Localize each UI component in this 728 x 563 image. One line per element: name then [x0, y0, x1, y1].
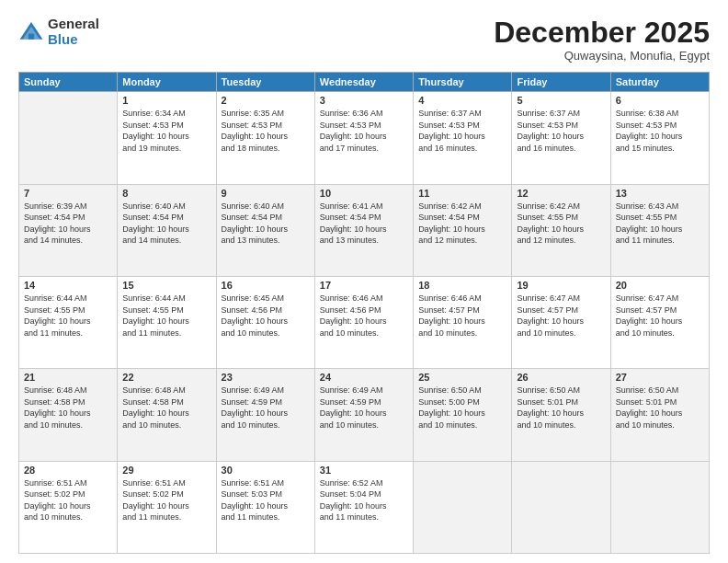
- title-block: December 2025 Quwaysina, Monufia, Egypt: [494, 17, 710, 63]
- day-number: 3: [320, 95, 408, 106]
- calendar-header-row: SundayMondayTuesdayWednesdayThursdayFrid…: [19, 73, 710, 92]
- calendar-cell: [512, 461, 610, 553]
- calendar-cell: 20Sunrise: 6:47 AMSunset: 4:57 PMDayligh…: [610, 276, 709, 368]
- day-info: Sunrise: 6:40 AMSunset: 4:54 PMDaylight:…: [222, 201, 310, 247]
- calendar-cell: 14Sunrise: 6:44 AMSunset: 4:55 PMDayligh…: [19, 276, 118, 368]
- logo-text: General Blue: [48, 17, 99, 47]
- calendar-cell: 31Sunrise: 6:52 AMSunset: 5:04 PMDayligh…: [314, 461, 413, 553]
- day-info: Sunrise: 6:45 AMSunset: 4:56 PMDaylight:…: [222, 293, 310, 339]
- day-number: 19: [517, 280, 605, 291]
- calendar-cell: 27Sunrise: 6:50 AMSunset: 5:01 PMDayligh…: [610, 369, 709, 461]
- day-info: Sunrise: 6:39 AMSunset: 4:54 PMDaylight:…: [24, 201, 112, 247]
- calendar-week-2: 14Sunrise: 6:44 AMSunset: 4:55 PMDayligh…: [19, 276, 710, 368]
- day-number: 27: [616, 372, 704, 383]
- day-number: 24: [320, 372, 408, 383]
- calendar-cell: 25Sunrise: 6:50 AMSunset: 5:00 PMDayligh…: [414, 369, 512, 461]
- calendar-cell: 4Sunrise: 6:37 AMSunset: 4:53 PMDaylight…: [414, 92, 512, 184]
- calendar-cell: 3Sunrise: 6:36 AMSunset: 4:53 PMDaylight…: [314, 92, 413, 184]
- day-info: Sunrise: 6:37 AMSunset: 4:53 PMDaylight:…: [418, 108, 506, 154]
- logo: General Blue: [18, 17, 99, 47]
- day-number: 15: [122, 280, 210, 291]
- calendar-cell: 22Sunrise: 6:48 AMSunset: 4:58 PMDayligh…: [118, 369, 216, 461]
- day-number: 10: [320, 188, 408, 199]
- calendar-cell: 9Sunrise: 6:40 AMSunset: 4:54 PMDaylight…: [216, 184, 314, 276]
- svg-rect-2: [28, 33, 34, 39]
- day-number: 2: [222, 95, 310, 106]
- day-info: Sunrise: 6:47 AMSunset: 4:57 PMDaylight:…: [517, 293, 605, 339]
- calendar-cell: 16Sunrise: 6:45 AMSunset: 4:56 PMDayligh…: [216, 276, 314, 368]
- calendar-cell: [414, 461, 512, 553]
- day-number: 11: [418, 188, 506, 199]
- calendar-cell: 5Sunrise: 6:37 AMSunset: 4:53 PMDaylight…: [512, 92, 610, 184]
- calendar-table: SundayMondayTuesdayWednesdayThursdayFrid…: [18, 72, 710, 554]
- logo-blue-text: Blue: [48, 32, 99, 48]
- day-info: Sunrise: 6:49 AMSunset: 4:59 PMDaylight:…: [222, 385, 310, 431]
- day-number: 22: [122, 372, 210, 383]
- day-number: 12: [517, 188, 605, 199]
- day-info: Sunrise: 6:48 AMSunset: 4:58 PMDaylight:…: [24, 385, 112, 431]
- calendar-header-saturday: Saturday: [610, 73, 709, 92]
- calendar-cell: 30Sunrise: 6:51 AMSunset: 5:03 PMDayligh…: [216, 461, 314, 553]
- calendar-week-3: 21Sunrise: 6:48 AMSunset: 4:58 PMDayligh…: [19, 369, 710, 461]
- calendar-cell: 18Sunrise: 6:46 AMSunset: 4:57 PMDayligh…: [414, 276, 512, 368]
- calendar-cell: 28Sunrise: 6:51 AMSunset: 5:02 PMDayligh…: [19, 461, 118, 553]
- day-number: 5: [517, 95, 605, 106]
- day-info: Sunrise: 6:51 AMSunset: 5:02 PMDaylight:…: [122, 477, 210, 523]
- logo-general-text: General: [48, 17, 99, 32]
- day-number: 23: [222, 372, 310, 383]
- calendar-cell: 11Sunrise: 6:42 AMSunset: 4:54 PMDayligh…: [414, 184, 512, 276]
- day-info: Sunrise: 6:42 AMSunset: 4:55 PMDaylight:…: [517, 201, 605, 247]
- day-number: 1: [122, 95, 210, 106]
- calendar-header-tuesday: Tuesday: [216, 73, 314, 92]
- day-number: 8: [122, 188, 210, 199]
- day-info: Sunrise: 6:48 AMSunset: 4:58 PMDaylight:…: [122, 385, 210, 431]
- day-info: Sunrise: 6:51 AMSunset: 5:03 PMDaylight:…: [222, 477, 310, 523]
- day-number: 28: [24, 465, 112, 476]
- page: General Blue December 2025 Quwaysina, Mo…: [0, 0, 728, 563]
- calendar-cell: [19, 92, 118, 184]
- calendar-cell: 6Sunrise: 6:38 AMSunset: 4:53 PMDaylight…: [610, 92, 709, 184]
- day-info: Sunrise: 6:34 AMSunset: 4:53 PMDaylight:…: [122, 108, 210, 154]
- day-info: Sunrise: 6:38 AMSunset: 4:53 PMDaylight:…: [616, 108, 704, 154]
- day-number: 16: [222, 280, 310, 291]
- calendar-cell: 29Sunrise: 6:51 AMSunset: 5:02 PMDayligh…: [118, 461, 216, 553]
- calendar-week-4: 28Sunrise: 6:51 AMSunset: 5:02 PMDayligh…: [19, 461, 710, 553]
- day-info: Sunrise: 6:42 AMSunset: 4:54 PMDaylight:…: [418, 201, 506, 247]
- day-number: 20: [616, 280, 704, 291]
- calendar-cell: 12Sunrise: 6:42 AMSunset: 4:55 PMDayligh…: [512, 184, 610, 276]
- calendar-header-sunday: Sunday: [19, 73, 118, 92]
- day-number: 26: [517, 372, 605, 383]
- calendar-cell: 23Sunrise: 6:49 AMSunset: 4:59 PMDayligh…: [216, 369, 314, 461]
- day-number: 21: [24, 372, 112, 383]
- day-info: Sunrise: 6:37 AMSunset: 4:53 PMDaylight:…: [517, 108, 605, 154]
- calendar-cell: [610, 461, 709, 553]
- day-number: 9: [222, 188, 310, 199]
- calendar-cell: 13Sunrise: 6:43 AMSunset: 4:55 PMDayligh…: [610, 184, 709, 276]
- day-info: Sunrise: 6:35 AMSunset: 4:53 PMDaylight:…: [222, 108, 310, 154]
- calendar-cell: 21Sunrise: 6:48 AMSunset: 4:58 PMDayligh…: [19, 369, 118, 461]
- calendar-header-friday: Friday: [512, 73, 610, 92]
- calendar-cell: 1Sunrise: 6:34 AMSunset: 4:53 PMDaylight…: [118, 92, 216, 184]
- day-number: 30: [222, 465, 310, 476]
- day-info: Sunrise: 6:44 AMSunset: 4:55 PMDaylight:…: [122, 293, 210, 339]
- logo-icon: [18, 19, 44, 45]
- day-number: 13: [616, 188, 704, 199]
- calendar-header-thursday: Thursday: [414, 73, 512, 92]
- calendar-header-monday: Monday: [118, 73, 216, 92]
- day-info: Sunrise: 6:46 AMSunset: 4:57 PMDaylight:…: [418, 293, 506, 339]
- calendar-cell: 24Sunrise: 6:49 AMSunset: 4:59 PMDayligh…: [314, 369, 413, 461]
- calendar-header-wednesday: Wednesday: [314, 73, 413, 92]
- day-number: 14: [24, 280, 112, 291]
- calendar-cell: 10Sunrise: 6:41 AMSunset: 4:54 PMDayligh…: [314, 184, 413, 276]
- calendar-cell: 8Sunrise: 6:40 AMSunset: 4:54 PMDaylight…: [118, 184, 216, 276]
- day-number: 6: [616, 95, 704, 106]
- day-info: Sunrise: 6:40 AMSunset: 4:54 PMDaylight:…: [122, 201, 210, 247]
- month-title: December 2025: [494, 17, 710, 49]
- location: Quwaysina, Monufia, Egypt: [494, 49, 710, 63]
- calendar-week-1: 7Sunrise: 6:39 AMSunset: 4:54 PMDaylight…: [19, 184, 710, 276]
- day-number: 18: [418, 280, 506, 291]
- day-info: Sunrise: 6:51 AMSunset: 5:02 PMDaylight:…: [24, 477, 112, 523]
- day-info: Sunrise: 6:43 AMSunset: 4:55 PMDaylight:…: [616, 201, 704, 247]
- day-info: Sunrise: 6:46 AMSunset: 4:56 PMDaylight:…: [320, 293, 408, 339]
- day-number: 4: [418, 95, 506, 106]
